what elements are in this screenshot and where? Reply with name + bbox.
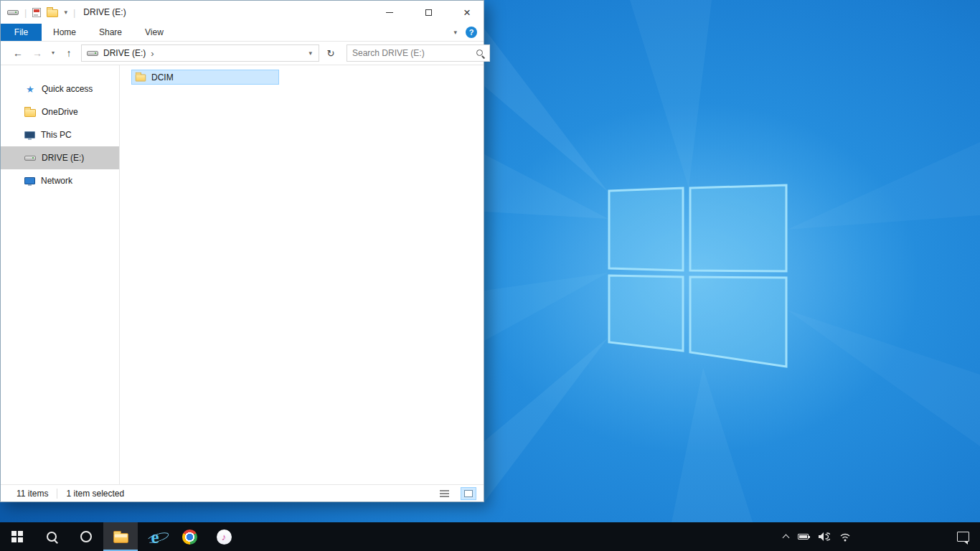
folder-label: DCIM (151, 72, 174, 83)
folder-icon (136, 75, 146, 82)
status-bar: 11 items 1 item selected (1, 484, 484, 501)
drive-icon (24, 156, 36, 161)
large-icons-view-button[interactable] (461, 487, 476, 500)
itunes-icon: ♪ (217, 529, 232, 545)
chrome-icon (182, 529, 197, 545)
ribbon-tabs: File Home Share View ▾ ? (1, 24, 484, 42)
taskbar-file-explorer-button[interactable] (103, 522, 138, 551)
taskbar: e ♪ (0, 522, 980, 551)
details-view-button[interactable] (436, 487, 452, 500)
sidebar-item-this-pc[interactable]: This PC (1, 123, 119, 146)
sidebar-item-label: OneDrive (42, 107, 78, 117)
close-button[interactable]: × (451, 1, 484, 24)
separator (57, 489, 57, 499)
close-icon: × (463, 6, 471, 19)
this-pc-icon (24, 131, 35, 138)
sidebar-item-label: Network (41, 176, 72, 186)
show-hidden-icons-button[interactable] (783, 533, 788, 540)
drive-icon (7, 10, 19, 15)
large-icons-view-icon (464, 490, 473, 497)
tab-home[interactable]: Home (42, 24, 88, 41)
search-box[interactable] (347, 44, 490, 62)
customize-toolbar-chevron-icon[interactable]: ▾ (64, 9, 67, 16)
sidebar-item-network[interactable]: Network (1, 169, 119, 192)
sidebar-item-drive-e[interactable]: DRIVE (E:) (1, 146, 119, 169)
internet-explorer-icon: e (151, 528, 159, 546)
volume-tray-button[interactable] (818, 532, 830, 542)
selected-count: 1 item selected (66, 489, 124, 499)
sidebar-item-quick-access[interactable]: ★ Quick access (1, 77, 119, 100)
sidebar-item-onedrive[interactable]: OneDrive (1, 100, 119, 123)
sidebar-item-label: This PC (41, 130, 72, 140)
separator: | (73, 7, 75, 18)
breadcrumb-drive[interactable]: DRIVE (E:) (103, 48, 146, 58)
search-icon[interactable] (475, 48, 486, 59)
taskbar-chrome-button[interactable] (172, 522, 207, 551)
back-button[interactable]: ← (11, 48, 25, 58)
navigation-pane: ★ Quick access OneDrive This PC DRIVE (E… (1, 65, 120, 484)
ribbon-spacer (175, 24, 454, 41)
titlebar[interactable]: | ▾ | DRIVE (E:) × (1, 1, 484, 24)
taskbar-itunes-button[interactable]: ♪ (207, 522, 241, 551)
star-icon: ★ (24, 85, 36, 94)
windows-logo-icon (11, 531, 23, 542)
wifi-icon (839, 532, 851, 542)
onedrive-icon (24, 109, 36, 117)
drive-icon (87, 51, 98, 56)
address-bar[interactable]: DRIVE (E:) › ▾ (81, 44, 319, 62)
light-rays (484, 0, 980, 551)
separator: | (24, 7, 27, 18)
file-explorer-window: | ▾ | DRIVE (E:) × File Home Share View … (0, 0, 484, 502)
refresh-button[interactable]: ↻ (324, 49, 337, 58)
chevron-up-icon (783, 534, 790, 542)
cortana-icon (80, 531, 92, 542)
details-view-icon (440, 490, 449, 497)
forward-button[interactable]: → (30, 48, 44, 58)
battery-icon (798, 534, 809, 540)
network-tray-button[interactable] (839, 532, 851, 542)
maximize-icon (425, 9, 432, 16)
sidebar-item-label: Quick access (42, 84, 93, 94)
start-button[interactable] (0, 522, 34, 551)
music-note-icon: ♪ (222, 532, 227, 542)
file-tab[interactable]: File (1, 24, 42, 41)
desktop: | ▾ | DRIVE (E:) × File Home Share View … (0, 0, 980, 551)
up-button[interactable]: ↑ (62, 48, 76, 58)
properties-icon[interactable] (32, 8, 41, 17)
windows-logo-panes (609, 185, 786, 367)
speaker-icon (818, 532, 830, 542)
maximize-button[interactable] (412, 1, 445, 24)
minimize-button[interactable] (373, 1, 406, 24)
address-dropdown-icon[interactable]: ▾ (305, 50, 316, 57)
window-body: ★ Quick access OneDrive This PC DRIVE (E… (1, 65, 484, 484)
file-explorer-icon (113, 533, 128, 543)
taskbar-search-button[interactable] (34, 522, 69, 551)
taskbar-internet-explorer-button[interactable]: e (138, 522, 172, 551)
action-center-icon (957, 532, 969, 542)
help-icon[interactable]: ? (466, 27, 477, 38)
battery-tray-button[interactable] (798, 534, 809, 540)
sidebar-item-label: DRIVE (E:) (42, 153, 84, 163)
minimize-icon (386, 12, 393, 13)
file-list[interactable]: DCIM (120, 65, 484, 484)
breadcrumb-chevron-icon[interactable]: › (151, 49, 154, 58)
search-input[interactable] (352, 48, 475, 58)
system-tray (783, 522, 946, 551)
folder-item-dcim[interactable]: DCIM (131, 70, 279, 85)
tab-share[interactable]: Share (88, 24, 133, 41)
tab-view[interactable]: View (133, 24, 175, 41)
navigation-bar: ← → ▾ ↑ DRIVE (E:) › ▾ ↻ (1, 42, 484, 65)
network-icon (24, 177, 35, 184)
ribbon-right: ▾ ? (453, 24, 484, 41)
recent-locations-chevron-icon[interactable]: ▾ (50, 50, 57, 56)
expand-ribbon-chevron-icon[interactable]: ▾ (453, 29, 457, 36)
new-folder-icon[interactable] (47, 9, 58, 17)
items-count: 11 items (17, 489, 48, 499)
window-title: DRIVE (E:) (83, 7, 126, 17)
cortana-button[interactable] (69, 522, 103, 551)
search-icon (45, 530, 59, 544)
action-center-button[interactable] (946, 522, 980, 551)
